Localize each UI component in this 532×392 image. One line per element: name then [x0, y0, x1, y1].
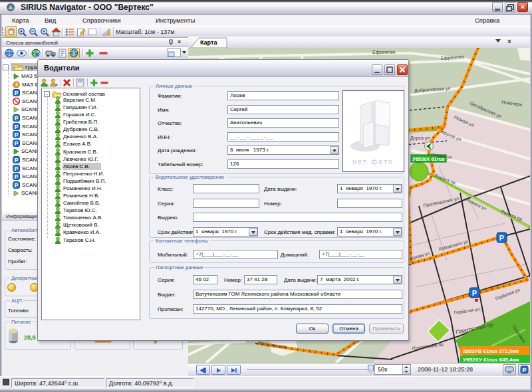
svg-text:P: P [15, 182, 19, 189]
svg-text:нет фото: нет фото [352, 157, 394, 165]
svg-text:P: P [15, 90, 19, 96]
svg-text:P: P [15, 140, 19, 147]
svg-text:P: P [15, 124, 19, 130]
svg-text:У952ХУ 61rus 845,4км: У952ХУ 61rus 845,4км [463, 357, 519, 363]
svg-text:Дорса ул: Дорса ул [410, 136, 430, 141]
svg-text:P: P [15, 115, 19, 122]
svg-text:P: P [15, 165, 19, 172]
svg-text:P: P [15, 173, 19, 180]
svg-text:P: P [15, 132, 19, 138]
svg-text:P: P [499, 234, 504, 242]
svg-text:2883УВ 61rus 372,0км: 2883УВ 61rus 372,0км [463, 348, 519, 354]
svg-text:P: P [522, 367, 526, 373]
svg-text:P: P [472, 289, 477, 297]
svg-text:P: P [15, 157, 19, 163]
